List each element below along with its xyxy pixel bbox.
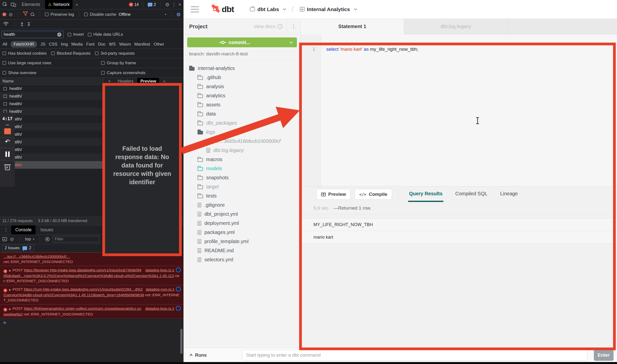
preserve-log-checkbox[interactable]: Preserve log [45, 12, 74, 17]
invert-checkbox[interactable]: Invert [68, 32, 84, 37]
context-select[interactable]: top▾ [25, 237, 34, 242]
tab-dbt-log-legacy[interactable]: dbt.log.legacy [404, 19, 508, 34]
restart-recording-icon[interactable]: ↶ [5, 139, 10, 145]
tree-item-internal-analytics[interactable]: internal-analytics [184, 64, 300, 73]
tree-item-deployment-yml[interactable]: deployment.yml [184, 219, 300, 228]
request-row[interactable]: health/ [0, 123, 104, 131]
console-source-link[interactable]: datadog-logs.js:1 [145, 306, 174, 311]
console-url-link[interactable]: https://rum-http-intake.logs.datadoghq.c… [3, 287, 144, 297]
throttling-dropdown-icon[interactable]: ▾ [165, 13, 166, 16]
recorder-minimize-icon[interactable] [6, 125, 9, 125]
hamburger-menu-icon[interactable] [191, 6, 199, 12]
issues-count-badge[interactable]: 2 [148, 2, 156, 7]
tree-item-data[interactable]: data [184, 109, 300, 118]
filter-funnel-icon[interactable] [23, 12, 28, 17]
tree-item-analytics[interactable]: analytics [184, 91, 300, 100]
live-expression-eye-icon[interactable] [45, 237, 50, 241]
chip-doc[interactable]: Doc [98, 42, 106, 47]
network-filter-input[interactable]: health [1, 31, 64, 38]
chip-wasm[interactable]: Wasm [119, 42, 131, 47]
devtools-close-icon[interactable]: × [178, 2, 181, 7]
tab-network[interactable]: ⚠Network [45, 0, 73, 9]
dbt-logo[interactable]: dbt [210, 4, 234, 14]
chip-fetch-xhr[interactable]: Fetch/XHR [11, 41, 37, 48]
pause-recording-icon[interactable] [5, 151, 10, 157]
group-by-frame-checkbox[interactable]: Group by frame [101, 61, 136, 66]
chip-media[interactable]: Media [71, 42, 83, 47]
tree-item-assets[interactable]: assets [184, 100, 300, 109]
tree-item-models[interactable]: models [184, 164, 300, 173]
third-party-requests-checkbox[interactable]: 3rd-party requests [95, 51, 135, 56]
delete-recording-icon[interactable] [5, 166, 10, 170]
tree-item-dbt-packages[interactable]: dbt_packages [184, 118, 300, 128]
expand-triangle-icon[interactable]: ▶ [9, 308, 11, 310]
request-row[interactable]: health/ [0, 100, 104, 108]
detail-close-icon[interactable]: × [105, 78, 114, 84]
sql-editor[interactable]: 1 select 'mario kart' as my_life_right_n… [301, 34, 617, 186]
chip-img[interactable]: Img [61, 42, 68, 47]
error-count-badge[interactable]: 14 [129, 2, 139, 7]
request-row[interactable]: health/ [0, 115, 104, 123]
tab-preview[interactable]: Preview [137, 78, 159, 84]
tree-item-analysis[interactable]: analysis [184, 82, 300, 91]
inspect-element-icon[interactable] [2, 2, 8, 7]
clear-network-log-icon[interactable]: ⊘ [9, 12, 13, 17]
chip-all[interactable]: All [2, 42, 7, 47]
tree-item-profile-template-yml[interactable]: profile_template.yml [184, 237, 300, 246]
view-docs-link[interactable]: view docs? [254, 24, 283, 29]
tree-item-macros[interactable]: macros [184, 155, 300, 164]
record-network-log-icon[interactable] [2, 13, 6, 16]
throttling-select[interactable]: Offline [119, 12, 131, 17]
enter-button[interactable]: Enter [594, 349, 614, 361]
console-sidebar-icon[interactable] [2, 237, 7, 241]
results-data-row[interactable]: mario kart [301, 231, 617, 244]
tab-lineage[interactable]: Lineage [499, 187, 519, 202]
clear-filter-icon[interactable] [57, 33, 61, 37]
request-row[interactable]: health/ [0, 153, 104, 161]
use-large-request-rows-checkbox[interactable]: Use large request rows [2, 61, 101, 66]
tree-item-tests[interactable]: tests [184, 191, 300, 200]
show-overview-checkbox[interactable]: Show overview [2, 70, 101, 75]
request-row[interactable]: health/ [0, 92, 104, 100]
blocked-requests-checkbox[interactable]: Blocked Requests [51, 51, 91, 56]
request-row-selected[interactable]: health/ [0, 161, 104, 169]
console-source-link[interactable]: datadog-rum.js:1 [146, 287, 174, 292]
import-har-icon[interactable]: ↥ [20, 21, 24, 27]
expand-triangle-icon[interactable]: ▶ [9, 269, 11, 272]
issues-counter[interactable]: 2 Issues: 2 [2, 245, 34, 251]
request-row[interactable]: health/ [0, 131, 104, 138]
project-menu-icon[interactable]: ⋮ [287, 19, 300, 34]
console-prompt[interactable]: > [0, 318, 183, 325]
commit-button[interactable]: commit... [187, 37, 297, 47]
tab-compiled-sql[interactable]: Compiled SQL [454, 187, 488, 202]
tree-item-snapshots[interactable]: snapshots [184, 173, 300, 182]
account-selector[interactable]: dbt Labs [250, 6, 285, 12]
tab-query-results[interactable]: Query Results [408, 187, 444, 202]
tree-item-gitignore[interactable]: .gitignore [184, 200, 300, 210]
clear-console-icon[interactable]: ⊘ [10, 237, 14, 242]
network-conditions-icon[interactable] [3, 21, 9, 27]
tab-issues[interactable]: Issues [36, 225, 57, 234]
capture-screenshots-checkbox[interactable]: Capture screenshots [101, 70, 145, 75]
tree-item-target[interactable]: target [184, 182, 300, 191]
settings-gear-icon[interactable]: ⚙ [165, 2, 169, 8]
hide-data-urls-checkbox[interactable]: Hide data URLs [88, 32, 123, 37]
chip-ws[interactable]: WS [109, 42, 116, 47]
tree-item-readme-md[interactable]: README.md [184, 246, 300, 255]
detail-more-tabs-icon[interactable]: » [160, 78, 168, 84]
export-har-icon[interactable]: ↧ [27, 21, 31, 27]
dbt-command-input[interactable] [242, 350, 587, 361]
request-row[interactable]: health/ [0, 138, 104, 146]
more-tabs-icon[interactable]: » [74, 2, 79, 7]
disable-cache-checkbox[interactable]: Disable cache [84, 12, 116, 17]
search-icon[interactable] [30, 12, 35, 17]
chip-other[interactable]: Other [154, 42, 164, 47]
tree-item-packages-yml[interactable]: packages.yml [184, 228, 300, 237]
chip-font[interactable]: Font [86, 42, 95, 47]
tree-item-dbt-project-yml[interactable]: dbt_project.yml [184, 210, 300, 219]
tree-item-selectors-yml[interactable]: selectors.yml [184, 255, 300, 264]
tree-item-log-file[interactable]: .nf…3665c416bfecb1000000cf [184, 137, 300, 146]
preview-button[interactable]: Preview [316, 189, 351, 200]
tab-console[interactable]: Console [11, 225, 36, 234]
request-row[interactable]: health/ [0, 108, 104, 115]
